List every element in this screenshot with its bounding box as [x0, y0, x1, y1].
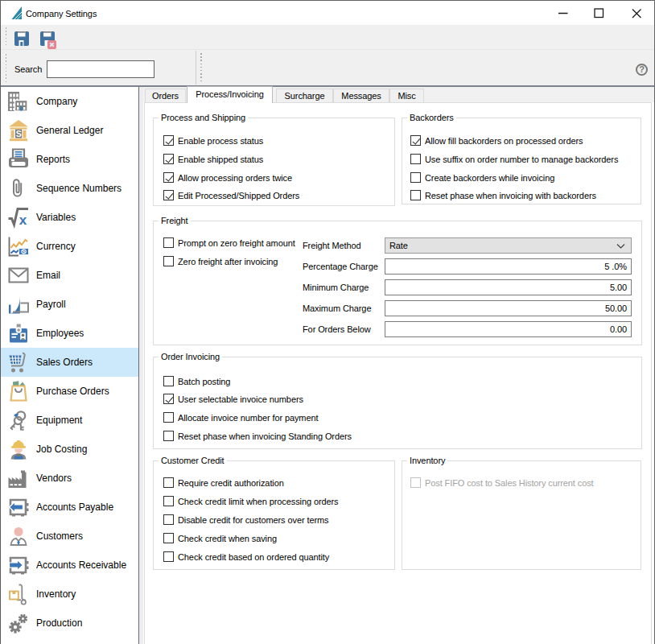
svg-text:S: S	[22, 248, 26, 255]
svg-text:x: x	[19, 213, 27, 228]
svg-text:S: S	[16, 129, 22, 138]
